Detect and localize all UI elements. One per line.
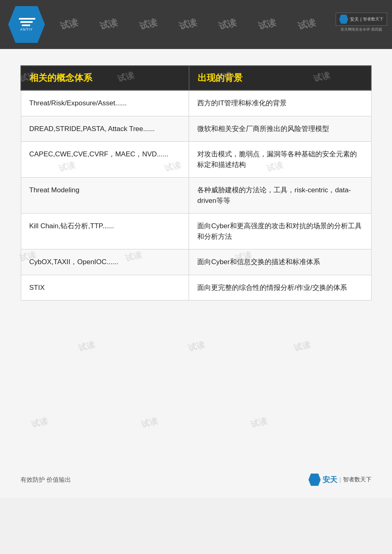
table-row: CAPEC,CWE,CVE,CVRF，MAEC，NVD......对攻击模式，脆…	[21, 142, 371, 178]
header-wm-4: 试读	[178, 16, 198, 33]
main-wm-11: 试读	[187, 339, 206, 354]
logo-antiy-text: ANTIY	[20, 27, 33, 31]
col1-header: 相关的概念体系	[21, 66, 189, 90]
logo-line-2	[20, 21, 33, 23]
header-wm-2: 试读	[98, 16, 119, 33]
table-cell-col2-0: 西方的IT管理和标准化的背景	[189, 90, 371, 116]
header-wm-5: 试读	[217, 16, 238, 33]
table-cell-col2-3: 各种威胁建模的方法论，工具，risk-centric，data-driven等等	[189, 178, 371, 214]
footer-brand-text: 安天	[323, 475, 337, 485]
table-cell-col2-1: 微软和相关安全厂商所推出的风险管理模型	[189, 116, 371, 142]
header-wm-3: 试读	[138, 16, 158, 33]
header-watermarks: 试读 试读 试读 试读 试读 试读 试读	[0, 0, 392, 49]
brand-slogan: 智者数天下	[363, 16, 383, 22]
antiy-brand: 安天 | 智者数天下	[336, 13, 388, 26]
table-cell-col1-2: CAPEC,CWE,CVE,CVRF，MAEC，NVD......	[21, 142, 189, 178]
main-content: 试读试读试读试读试读试读试读试读试读试读试读试读试读试读试读试读 相关的概念体系…	[0, 49, 392, 498]
header-wm-6: 试读	[257, 16, 277, 33]
header-logo: ANTIY	[8, 6, 45, 43]
header: ANTIY 试读 试读 试读 试读 试读 试读 试读 安天 | 智者数天下 安天…	[0, 0, 392, 49]
table-cell-col1-5: CybOX,TAXII，OpenIOC......	[21, 249, 189, 275]
footer-separator: |	[339, 476, 341, 483]
footer: 有效防护 价值输出 安天 | 智者数天下	[20, 474, 372, 486]
table-row: Threat/Risk/Exposure/Asset......西方的IT管理和…	[21, 90, 371, 116]
logo-lines	[18, 18, 36, 26]
header-right-logo: 安天 | 智者数天下 安天网络安全令评·第四篇	[335, 4, 388, 41]
header-wm-1: 试读	[58, 16, 79, 33]
table-cell-col1-6: STIX	[21, 275, 189, 300]
table-cell-col2-4: 面向Cyber和更高强度的攻击和对抗的场景的分析工具和分析方法	[189, 214, 371, 249]
col2-header: 出现的背景	[189, 66, 371, 90]
table-cell-col1-1: DREAD,STRIDE,PASTA, Attack Tree......	[21, 116, 189, 142]
brand-subtitle: 安天网络安全令评·第四篇	[341, 27, 382, 32]
logo-line-3	[22, 24, 30, 26]
main-wm-13: 试读	[30, 415, 49, 430]
logo-line-1	[19, 18, 36, 20]
table-cell-col2-2: 对攻击模式，脆弱点，漏洞等各种基础的安全元素的标定和描述结构	[189, 142, 371, 178]
footer-logo-icon	[308, 474, 321, 486]
table-cell-col1-0: Threat/Risk/Exposure/Asset......	[21, 90, 189, 116]
table-cell-col2-5: 面向Cyber和信息交换的描述和标准体系	[189, 249, 371, 275]
main-wm-10: 试读	[77, 339, 96, 354]
main-wm-15: 试读	[250, 415, 269, 430]
table-cell-col2-6: 面向更完整的综合性的情报分析/作业/交换的体系	[189, 275, 371, 300]
table-row: DREAD,STRIDE,PASTA, Attack Tree......微软和…	[21, 116, 371, 142]
data-table: 相关的概念体系 出现的背景 Threat/Risk/Exposure/Asset…	[20, 65, 372, 300]
main-wm-14: 试读	[140, 415, 159, 430]
table-row: STIX面向更完整的综合性的情报分析/作业/交换的体系	[21, 275, 371, 300]
header-wm-7: 试读	[296, 16, 317, 33]
footer-brand-sub: 智者数天下	[343, 476, 372, 483]
table-row: CybOX,TAXII，OpenIOC......面向Cyber和信息交换的描述…	[21, 249, 371, 275]
brand-icon-small	[339, 15, 348, 24]
brand-name-text: 安天	[350, 16, 359, 22]
brand-extra-text: |	[361, 17, 362, 22]
table-cell-col1-3: Threat Modeling	[21, 178, 189, 214]
table-row: Kill Chain,钻石分析,TTP......面向Cyber和更高强度的攻击…	[21, 214, 371, 249]
main-wm-12: 试读	[293, 339, 312, 354]
table-row: Threat Modeling各种威胁建模的方法论，工具，risk-centri…	[21, 178, 371, 214]
footer-right: 安天 | 智者数天下	[308, 474, 372, 486]
table-cell-col1-4: Kill Chain,钻石分析,TTP......	[21, 214, 189, 249]
footer-left-text: 有效防护 价值输出	[20, 476, 71, 484]
